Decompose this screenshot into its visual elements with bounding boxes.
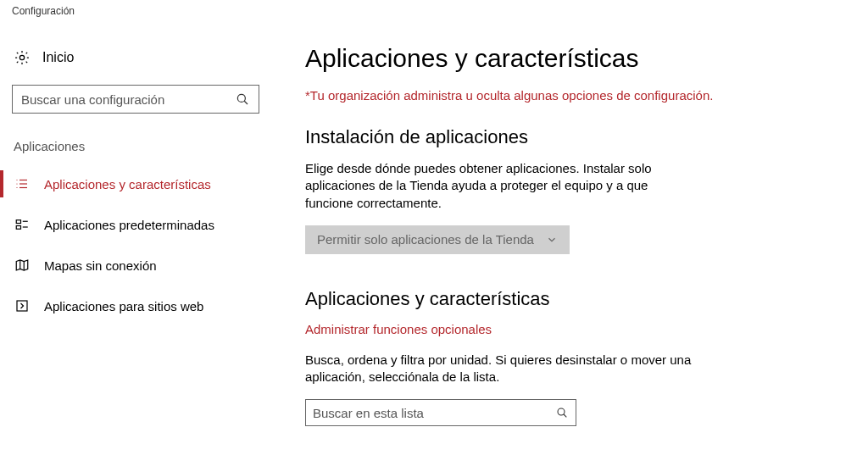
main-panel: Aplicaciones y características *Tu organ…	[271, 19, 868, 466]
window-title: Configuración	[0, 0, 868, 19]
features-heading: Aplicaciones y características	[305, 288, 834, 310]
svg-rect-15	[17, 301, 27, 311]
nav-label: Mapas sin conexión	[44, 258, 157, 273]
svg-point-1	[237, 94, 245, 102]
search-icon	[555, 406, 569, 419]
dropdown-value: Permitir solo aplicaciones de la Tienda	[317, 232, 534, 247]
nav-label: Aplicaciones para sitios web	[44, 299, 203, 313]
chevron-down-icon	[546, 234, 558, 246]
org-managed-note: *Tu organización administra u oculta alg…	[305, 88, 834, 103]
install-heading: Instalación de aplicaciones	[305, 126, 834, 148]
svg-line-17	[564, 414, 566, 417]
features-description: Busca, ordena y filtra por unidad. Si qu…	[305, 352, 695, 386]
nav-apps-and-features[interactable]: Aplicaciones y características	[0, 164, 271, 204]
page-title: Aplicaciones y características	[305, 44, 834, 73]
home-button[interactable]: Inicio	[0, 44, 271, 78]
nav-label: Aplicaciones y características	[44, 177, 211, 191]
map-icon	[14, 257, 31, 274]
search-icon	[235, 92, 250, 107]
home-label: Inicio	[42, 50, 74, 65]
svg-point-16	[558, 408, 565, 415]
svg-line-2	[244, 101, 248, 104]
list-icon	[14, 175, 31, 192]
nav-default-apps[interactable]: Aplicaciones predeterminadas	[0, 204, 271, 245]
app-list-search-input[interactable]	[313, 406, 555, 420]
manage-optional-features-link[interactable]: Administrar funciones opcionales	[305, 322, 492, 336]
nav-label: Aplicaciones predeterminadas	[44, 218, 214, 232]
nav-offline-maps[interactable]: Mapas sin conexión	[0, 245, 271, 286]
gear-icon	[14, 49, 31, 66]
settings-search[interactable]	[12, 85, 259, 114]
install-source-dropdown[interactable]: Permitir solo aplicaciones de la Tienda	[305, 225, 570, 254]
sidebar-section-label: Aplicaciones	[0, 134, 271, 164]
nav-apps-for-websites[interactable]: Aplicaciones para sitios web	[0, 286, 271, 326]
open-external-icon	[14, 297, 31, 314]
defaults-icon	[14, 216, 31, 233]
settings-search-input[interactable]	[21, 92, 235, 107]
svg-rect-9	[16, 220, 20, 224]
app-list-search[interactable]	[305, 399, 576, 426]
install-description: Elige desde dónde puedes obtener aplicac…	[305, 160, 695, 212]
sidebar: Inicio Aplicaciones	[0, 19, 271, 466]
svg-point-0	[19, 55, 24, 59]
svg-rect-10	[16, 226, 20, 230]
